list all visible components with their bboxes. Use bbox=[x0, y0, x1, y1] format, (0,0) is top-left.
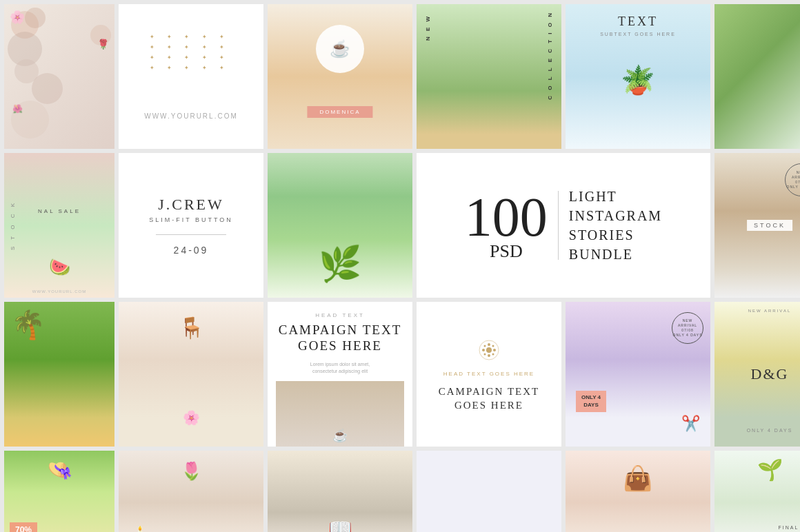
percent-badge-card17: 70%OFF bbox=[10, 522, 37, 532]
gold-ornament-icon bbox=[475, 336, 503, 364]
svg-point-4 bbox=[488, 343, 490, 346]
gold-head-text: HEAD TEXT GOES HERE bbox=[443, 371, 534, 377]
gold-campaign-text: CAMPAIGN TEXT GOES HERE bbox=[430, 385, 548, 412]
card-jcrew-brand: J.CREW SLIM-FIT BUTTON 24-09 bbox=[119, 153, 263, 298]
card-bag-fashion: 👜 bbox=[566, 451, 710, 532]
watermelon-img: 🍉 bbox=[49, 257, 70, 277]
final-sale-label: FINAL SALE bbox=[779, 525, 800, 530]
new-text: N E W bbox=[425, 14, 431, 41]
new-arrival-circle-card10: NEWARRIVAL07/08ONLY 4 DAYS bbox=[785, 163, 800, 196]
campaign-text-main: CAMPAIGN TEXTGOES HERE bbox=[279, 323, 402, 354]
card-feature-100psd: 100 PSD LIGHT INSTAGRAM STORIES BUNDLE bbox=[417, 153, 710, 298]
card-tropical-hat-sale: 👒 70%OFF bbox=[4, 451, 114, 532]
svg-point-7 bbox=[492, 345, 494, 347]
card-campaign-text: HEAD TEXT CAMPAIGN TEXTGOES HERE Lorem i… bbox=[268, 302, 412, 447]
svg-point-6 bbox=[484, 354, 486, 356]
card-fern-sale: SALE bbox=[714, 4, 800, 149]
main-grid: 🌸 🌹 🌺 ✦✦✦✦✦ ✦✦✦✦✦ ✦✦✦✦✦ ✦✦✦✦✦ WWW.YOURUR… bbox=[0, 0, 800, 532]
card-plant-pot: TEXT SUBTEXT GOES HERE 🪴 bbox=[566, 4, 710, 149]
campaign-body: Lorem ipsum dolor sit amet,consectetur a… bbox=[310, 361, 370, 376]
card-scissors-sale: ONLY 4DAYS NEWARRIVAL07/08ONLY 4 DAYS ✂️ bbox=[566, 302, 710, 447]
svg-point-5 bbox=[492, 354, 494, 356]
svg-point-2 bbox=[482, 349, 485, 351]
dg-only: ONLY 4 DAYS bbox=[714, 428, 800, 433]
head-text-label: HEAD TEXT bbox=[315, 312, 365, 318]
svg-point-0 bbox=[486, 347, 492, 353]
stars-decoration: ✦✦✦✦✦ ✦✦✦✦✦ ✦✦✦✦✦ ✦✦✦✦✦ bbox=[150, 34, 232, 71]
dg-name: D&G bbox=[714, 365, 800, 383]
card-dg-brand: NEW ARRIVAL D&G ONLY 4 DAYS bbox=[714, 302, 800, 447]
card-final-sale-50: 🌱 FINAL SALE 50% bbox=[714, 451, 800, 532]
card-ring-stock: STOCK NEWARRIVAL07/08ONLY 4 DAYS bbox=[714, 153, 800, 298]
card-gold-campaign: HEAD TEXT GOES HERE CAMPAIGN TEXT GOES H… bbox=[417, 302, 561, 447]
feature-title: LIGHT INSTAGRAM STORIES BUNDLE bbox=[569, 187, 662, 264]
svg-point-1 bbox=[493, 349, 496, 351]
domenica-badge: DOMENICA bbox=[307, 106, 372, 118]
card5-head-text: TEXT bbox=[566, 14, 710, 29]
card-plants-collection: N E W C O L L E C T I O N bbox=[417, 4, 561, 149]
svg-point-8 bbox=[484, 345, 486, 347]
card-tropical: 🌴 bbox=[4, 302, 114, 447]
new-arrival-card16: NEW ARRIVAL bbox=[714, 309, 800, 313]
stock-label-card10: STOCK bbox=[747, 220, 792, 231]
stock-text-card7: S T O C K bbox=[10, 201, 16, 250]
card-interior: 🪑 🌸 bbox=[119, 302, 263, 447]
card-flowers-circles: 🌸 🌹 🌺 bbox=[4, 4, 114, 149]
new-arrival-circle-card15: NEWARRIVAL07/08ONLY 4 DAYS bbox=[672, 312, 703, 344]
brand-sub: SLIM-FIT BUTTON bbox=[149, 216, 233, 223]
collection-text: C O L L E C T I O N bbox=[547, 11, 553, 100]
url-card7: WWW.YOURURL.COM bbox=[32, 289, 86, 294]
card-stars-url: ✦✦✦✦✦ ✦✦✦✦✦ ✦✦✦✦✦ ✦✦✦✦✦ WWW.YOURURL.COM bbox=[119, 4, 263, 149]
card-succulent: 🌿 bbox=[268, 153, 412, 298]
card5-sub-text: SUBTEXT GOES HERE bbox=[566, 32, 710, 37]
svg-point-3 bbox=[488, 354, 490, 357]
nal-sale-text: NAL SALE bbox=[4, 208, 114, 214]
feature-number: 100 bbox=[465, 190, 548, 245]
brand-date: 24-09 bbox=[174, 245, 209, 256]
card-pink-sale: NAL SALE S T O C K 🍉 WWW.YOURURL.COM bbox=[4, 153, 114, 298]
card-discover-text: With so much to discover, The Mall app i… bbox=[417, 451, 561, 532]
card-cup-domenica: ☕ DOMENICA bbox=[268, 4, 412, 149]
only-days-badge-card15: ONLY 4DAYS bbox=[576, 391, 606, 412]
card-flowers-interior: 🌷 🕯️ bbox=[119, 451, 263, 532]
url-text: WWW.YOURURL.COM bbox=[144, 112, 238, 120]
brand-name: J.CREW bbox=[158, 196, 224, 214]
card-magazine-cup: 📖 bbox=[268, 451, 412, 532]
